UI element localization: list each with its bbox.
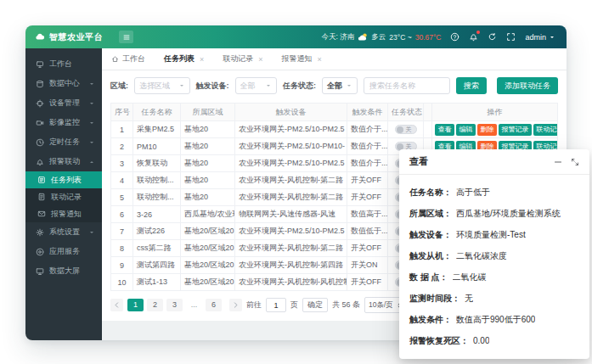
header-right: 今天: 济南 多云 23°C ~ 30.67°C admin bbox=[322, 32, 567, 42]
task-status-label: 任务状态: bbox=[283, 81, 316, 92]
fullscreen-icon[interactable] bbox=[506, 32, 516, 42]
field-value: 数值高于990低于600 bbox=[456, 314, 535, 326]
caret-icon bbox=[88, 139, 95, 146]
fullscreen-icon bbox=[506, 32, 516, 42]
tab-linkage-records[interactable]: 联动记录× bbox=[213, 48, 272, 70]
sidebar-item-video-monitoring[interactable]: 影像监控 bbox=[25, 113, 102, 132]
sidebar-item-label: 数据大屏 bbox=[49, 266, 80, 277]
cell-index: 2 bbox=[111, 138, 133, 155]
sidebar-item-label: 报警联动 bbox=[49, 156, 80, 167]
total-count-label: 共 56 条 bbox=[332, 300, 360, 311]
goto-label: 前往 bbox=[246, 300, 262, 311]
minus-icon bbox=[553, 157, 563, 167]
cell-trigger-condition: 数值介于... bbox=[347, 138, 388, 155]
column-header: 任务状态 bbox=[388, 104, 424, 121]
clock-icon bbox=[36, 138, 44, 147]
row-edit-button[interactable]: 编辑 bbox=[456, 124, 476, 136]
row-delete-button[interactable]: 删除 bbox=[477, 124, 497, 136]
field-value: 无 bbox=[465, 293, 473, 305]
sidebar-subitem-alarm-notification[interactable]: 报警通知 bbox=[25, 205, 102, 222]
user-menu[interactable]: admin bbox=[525, 33, 555, 42]
table-row: 1采集PM2.5基地20农业环境网关-PM2.5/10-PM2.5数值介于...… bbox=[111, 121, 558, 138]
search-button[interactable]: 搜索 bbox=[456, 77, 487, 94]
sidebar-item-device-management[interactable]: 设备管理 bbox=[25, 93, 102, 113]
weather-cloud-icon bbox=[358, 32, 368, 42]
cell-trigger-device: 农业环境网关-风机控制-第二路 bbox=[235, 172, 347, 189]
cell-task-name: css第二路 bbox=[133, 240, 181, 257]
cell-trigger-condition: 数值低于... bbox=[347, 223, 388, 240]
help-icon[interactable] bbox=[450, 32, 460, 42]
column-header: 序号 bbox=[111, 104, 133, 121]
dialog-field: 任务名称：高于低于 bbox=[409, 182, 579, 203]
notifications-bell-icon[interactable] bbox=[469, 32, 478, 42]
app-logo: 智慧农业平台 bbox=[25, 31, 116, 43]
add-linkage-task-button[interactable]: 添加联动任务 bbox=[497, 77, 558, 94]
cell-index: 9 bbox=[111, 257, 133, 274]
sidebar-collapse-button[interactable] bbox=[119, 31, 133, 43]
trigger-device-select[interactable]: 全部 bbox=[235, 77, 277, 94]
sidebar-item-data-center[interactable]: 数据中心 bbox=[25, 74, 102, 93]
prev-page-button[interactable] bbox=[110, 299, 123, 311]
next-page-button[interactable] bbox=[229, 299, 242, 311]
sidebar-item-workbench[interactable]: 工作台 bbox=[25, 54, 102, 74]
page-word-label: 页 bbox=[290, 300, 298, 311]
cell-trigger-condition: 开关OFF bbox=[347, 240, 388, 257]
cell-index: 4 bbox=[111, 172, 133, 189]
sidebar-submenu: 任务列表联动记录报警通知 bbox=[25, 171, 102, 222]
row-alarm-records-button[interactable]: 报警记录 bbox=[499, 124, 532, 136]
tab-close-icon[interactable]: × bbox=[200, 55, 204, 64]
task-status-toggle[interactable]: 关 bbox=[395, 125, 417, 134]
page-button[interactable]: 1 bbox=[127, 299, 144, 311]
tab-alarm-notification[interactable]: 报警通知× bbox=[273, 48, 331, 70]
sidebar-subitem-linkage-records[interactable]: 联动记录 bbox=[25, 188, 102, 205]
row-view-button[interactable]: 查看 bbox=[435, 124, 454, 136]
cell-index: 6 bbox=[111, 206, 133, 223]
page-button[interactable]: 2 bbox=[147, 299, 163, 311]
expand-icon[interactable] bbox=[571, 158, 579, 166]
confirm-page-button[interactable]: 确定 bbox=[302, 298, 328, 312]
dialog-title: 查看 bbox=[409, 155, 428, 168]
cell-task-name: 联动控制... bbox=[133, 189, 181, 206]
sidebar-item-scheduled-tasks[interactable]: 定时任务 bbox=[25, 132, 102, 152]
cell-trigger-device: 物联网网关-风速传感器-风速 bbox=[235, 206, 347, 223]
dialog-field: 数 据 点：二氧化碳 bbox=[409, 266, 579, 288]
goto-page-input[interactable] bbox=[266, 298, 286, 312]
sidebar-item-system-settings[interactable]: 系统设置 bbox=[25, 222, 102, 242]
tab-task-list[interactable]: 任务列表× bbox=[155, 48, 213, 70]
sidebar-item-alarm-linkage[interactable]: 报警联动 bbox=[25, 152, 102, 171]
caret-icon bbox=[265, 82, 272, 89]
cell-trigger-device: 农业环境网关-PM2.5/10-PM2.5 bbox=[235, 155, 347, 172]
sidebar-item-label: 数据中心 bbox=[49, 78, 80, 89]
refresh-icon[interactable] bbox=[488, 32, 497, 42]
row-linkage-records-button[interactable]: 联动记录 bbox=[533, 124, 558, 136]
field-label: 报警恢复死区： bbox=[409, 335, 469, 347]
task-status-select[interactable]: 全部 bbox=[322, 77, 358, 94]
tab-close-icon[interactable]: × bbox=[258, 55, 262, 64]
tab-close-icon[interactable]: × bbox=[318, 55, 322, 64]
sidebar-item-data-screen[interactable]: 数据大屏 bbox=[25, 261, 102, 281]
cell-trigger-condition: 开关OFF bbox=[347, 274, 388, 291]
dialog-header: 查看 bbox=[399, 149, 589, 175]
tab-workbench[interactable]: 工作台 bbox=[102, 48, 155, 70]
cell-trigger-device: 农业环境网关-风机控制-风机控制 bbox=[235, 274, 347, 291]
sidebar-subitem-task-list[interactable]: 任务列表 bbox=[25, 171, 102, 188]
caret-icon bbox=[88, 81, 95, 87]
dialog-field: 监测时间段：无 bbox=[409, 288, 579, 309]
dialog-field: 触发条件：数值高于990低于600 bbox=[409, 309, 579, 330]
database-icon bbox=[36, 80, 44, 88]
region-select[interactable]: 选择区域 bbox=[134, 77, 190, 94]
sidebar-item-app-services[interactable]: 应用服务 bbox=[25, 242, 102, 261]
field-label: 数 据 点： bbox=[409, 272, 448, 283]
column-header: 触发条件 bbox=[347, 104, 388, 121]
cell-spacer bbox=[424, 121, 432, 138]
dialog-field: 触发从机：二氧化碳浓度 bbox=[409, 245, 579, 266]
task-name-search-input[interactable] bbox=[364, 77, 450, 94]
sidebar-item-label: 系统设置 bbox=[49, 227, 80, 238]
cell-task-name: 3-26 bbox=[133, 206, 181, 223]
list-icon bbox=[37, 176, 46, 184]
cell-trigger-condition: 数值介于... bbox=[347, 155, 388, 172]
page-button[interactable]: 6 bbox=[206, 299, 222, 311]
page-button[interactable]: 3 bbox=[166, 299, 183, 311]
minimize-icon[interactable] bbox=[553, 157, 563, 167]
help-icon bbox=[450, 32, 460, 42]
